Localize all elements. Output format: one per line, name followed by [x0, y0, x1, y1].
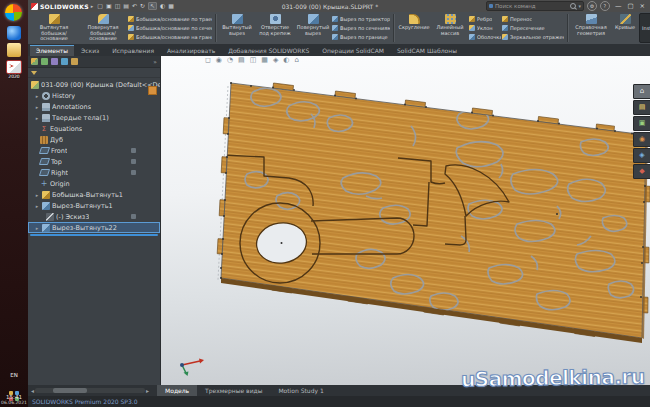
- display-pane-icon[interactable]: [131, 148, 136, 153]
- lofted-cut-button[interactable]: Вырез по сечениям: [332, 23, 390, 32]
- tree-filter-row[interactable]: [28, 68, 160, 78]
- rollback-bar[interactable]: [30, 234, 158, 236]
- file-explorer-icon[interactable]: ▣: [633, 116, 650, 131]
- tree-item-right-plane[interactable]: Right: [28, 167, 160, 178]
- tree-item-sketch3[interactable]: (-) Эскиз3: [28, 211, 160, 222]
- zoom-area-icon[interactable]: ◉: [216, 56, 222, 65]
- revolved-cut-button[interactable]: Повернутый вырез: [295, 13, 331, 43]
- previous-view-icon[interactable]: ◔: [227, 56, 233, 65]
- expand-arrow-icon[interactable]: ▸: [34, 115, 40, 121]
- tree-item-cut-extrude22[interactable]: ▸ Вырез-Вытянуть22: [28, 222, 160, 233]
- configuration-manager-tab-icon[interactable]: [51, 58, 58, 65]
- curves-button[interactable]: Кривые: [612, 13, 638, 43]
- draft-button[interactable]: Уклон: [469, 23, 501, 32]
- view-orientation-icon[interactable]: ◫: [250, 56, 257, 65]
- tab-3d-views[interactable]: Трехмерные виды: [197, 385, 270, 396]
- minimize-button[interactable]: —: [615, 2, 622, 10]
- select-cursor-icon[interactable]: ↖: [148, 2, 157, 10]
- boundary-boss-button[interactable]: Бобышка/основание на границе: [128, 33, 212, 42]
- expand-arrow-icon[interactable]: ▸: [34, 93, 40, 99]
- extruded-boss-button[interactable]: Вытянутая бобышка/основание: [30, 13, 78, 43]
- language-indicator[interactable]: EN: [0, 372, 28, 378]
- swept-boss-button[interactable]: Бобышка/основание по траектории: [128, 14, 212, 23]
- tab-evaluate[interactable]: Анализировать: [161, 46, 221, 56]
- expand-arrow-icon[interactable]: ▸: [34, 104, 40, 110]
- expand-arrow-icon[interactable]: ▸: [34, 203, 40, 209]
- tree-item-solid-bodies[interactable]: ▸ Твердые тела(1): [28, 112, 160, 123]
- print-icon[interactable]: ▤: [123, 3, 129, 9]
- tree-item-top-plane[interactable]: Top: [28, 156, 160, 167]
- hide-show-items-icon[interactable]: ◈: [273, 56, 278, 65]
- forum-icon[interactable]: ◆: [633, 164, 650, 179]
- tab-model[interactable]: Модель: [157, 385, 197, 396]
- scrollbar-track[interactable]: [35, 388, 145, 393]
- custom-properties-icon[interactable]: ◈: [633, 148, 650, 163]
- tree-item-history[interactable]: ▸ History: [28, 90, 160, 101]
- hole-wizard-button[interactable]: Отверстие под крепеж: [256, 13, 294, 43]
- resources-home-icon[interactable]: ⌂: [633, 84, 650, 99]
- close-button[interactable]: ×: [640, 2, 645, 10]
- display-pane-icon[interactable]: [131, 170, 136, 175]
- swept-cut-button[interactable]: Вырез по траектории: [332, 14, 390, 23]
- intersect-button[interactable]: Пересечение: [502, 23, 564, 32]
- tab-motion-study[interactable]: Motion Study 1: [270, 385, 331, 396]
- search-icon[interactable]: [570, 3, 576, 9]
- tree-item-equations[interactable]: Σ Equations: [28, 123, 160, 134]
- tree-item-material[interactable]: Дуб: [28, 134, 160, 145]
- tree-item-origin[interactable]: + Origin: [28, 178, 160, 189]
- taskbar-folder-icon[interactable]: [7, 43, 21, 57]
- tray-icons-row[interactable]: [0, 386, 28, 392]
- edit-appearance-icon[interactable]: ◐: [283, 56, 289, 65]
- horizontal-scrollbar[interactable]: ◂ ▸: [31, 387, 149, 394]
- linear-pattern-button[interactable]: Линейный массив: [432, 13, 468, 43]
- reference-geometry-button[interactable]: Справочная геометрия: [571, 13, 611, 43]
- fillet-button[interactable]: Скругление: [397, 13, 431, 43]
- apply-scene-icon[interactable]: ⌂: [294, 56, 298, 65]
- feature-manager-tab-icon[interactable]: [31, 58, 38, 65]
- tab-repairs[interactable]: Исправления: [106, 46, 160, 56]
- scroll-right-icon[interactable]: ▸: [146, 387, 149, 394]
- zoom-fit-icon[interactable]: ◻: [205, 56, 211, 65]
- tree-item-annotations[interactable]: ▸ Annotations: [28, 101, 160, 112]
- tree-item-cut-extrude1[interactable]: ▸ Вырез-Вытянуть1: [28, 200, 160, 211]
- panel-more-icon[interactable]: »: [153, 58, 157, 65]
- restore-button[interactable]: ▢: [627, 2, 633, 10]
- taskbar-browser-icon[interactable]: [7, 26, 21, 40]
- instant-3d-button[interactable]: Instant 3D: [639, 13, 650, 43]
- display-manager-tab-icon[interactable]: [71, 58, 78, 65]
- undo-icon[interactable]: ↶: [132, 3, 137, 9]
- display-style-icon[interactable]: ▦: [261, 56, 268, 65]
- extruded-cut-button[interactable]: Вытянутый вырез: [219, 13, 255, 43]
- rib-button[interactable]: Ребро: [469, 14, 501, 23]
- appearance-swatch[interactable]: [148, 86, 157, 95]
- display-settings-icon[interactable]: ◐: [160, 3, 165, 9]
- display-pane-icon[interactable]: [131, 159, 136, 164]
- new-document-icon[interactable]: ▢: [97, 3, 103, 9]
- property-manager-tab-icon[interactable]: [41, 58, 48, 65]
- tree-item-front-plane[interactable]: Front: [28, 145, 160, 156]
- scrollbar-thumb[interactable]: [53, 388, 87, 393]
- open-document-icon[interactable]: ▣: [106, 3, 112, 9]
- menu-flyout-arrow-icon[interactable]: ▸: [91, 3, 94, 9]
- save-icon[interactable]: ◫: [115, 3, 121, 9]
- tab-addins[interactable]: Добавления SOLIDWORKS: [222, 46, 315, 56]
- tab-features[interactable]: Элементы: [30, 45, 74, 56]
- tab-solidcam-operations[interactable]: Операции SolidCAM: [316, 46, 390, 56]
- boundary-cut-button[interactable]: Вырез по границе: [332, 33, 390, 42]
- display-pane-icon[interactable]: [131, 214, 136, 219]
- scroll-left-icon[interactable]: ◂: [31, 387, 34, 394]
- graphics-viewport[interactable]: ◻ ◉ ◔ ▤ ◫ ▦ ◈ ◐ ⌂ ⌂ ▤ ▣ ◉ ◈ ◆: [161, 56, 650, 385]
- clock-date[interactable]: 06.06.2021: [0, 400, 28, 405]
- tree-item-boss-extrude1[interactable]: ▸ Бобышка-Вытянуть1: [28, 189, 160, 200]
- command-search-box[interactable]: Поиск команд ▾: [486, 1, 584, 11]
- tree-root-item[interactable]: 031-009 (00) Крышка (Default<<Default: [28, 79, 160, 90]
- appearances-icon[interactable]: ◉: [633, 132, 650, 147]
- solidworks-desktop-icon[interactable]: 2020: [3, 60, 25, 80]
- help-button[interactable]: ?: [600, 1, 610, 11]
- tab-solidcam-templates[interactable]: SolidCAM Шаблоны: [391, 46, 463, 56]
- rebuild-icon[interactable]: ↻: [140, 3, 145, 9]
- shell-button[interactable]: Оболочка: [469, 33, 501, 42]
- wrap-button[interactable]: Перенос: [502, 14, 564, 23]
- tab-sketch[interactable]: Эскиз: [75, 46, 105, 56]
- expand-arrow-icon[interactable]: ▸: [34, 192, 40, 198]
